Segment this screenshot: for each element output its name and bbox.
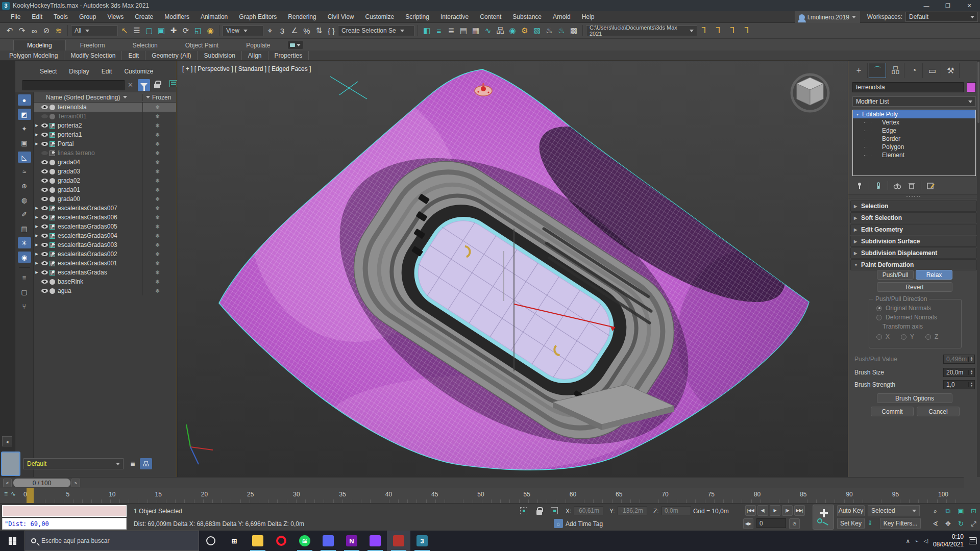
object-list-row[interactable]: grada04 ❄ — [34, 158, 176, 167]
rollout-header[interactable]: ▶ Subdivision Surface — [850, 236, 977, 247]
object-name[interactable]: escaleritasGradas007 — [58, 205, 142, 212]
frame-step-icon[interactable]: ◀▶ — [743, 518, 753, 529]
object-list-row[interactable]: grada01 ❄ — [34, 185, 176, 194]
rectangular-selection-region-icon[interactable]: ▢ — [143, 24, 155, 37]
z-coordinate-field[interactable]: 0,0m — [662, 506, 691, 515]
play-icon[interactable]: ▶ — [770, 505, 780, 516]
modify-tab-icon[interactable]: ⌒ — [869, 63, 886, 78]
notification-center-icon[interactable] — [969, 537, 977, 544]
redo-icon[interactable]: ↷ — [16, 24, 28, 37]
object-name[interactable]: terrenoIsla — [58, 104, 142, 111]
open-mini-curve-editor-icon[interactable]: ≡ — [4, 490, 8, 497]
time-slider-track[interactable]: < 0 / 100 > — [0, 477, 964, 488]
user-account-menu[interactable]: l.molinero.2019 — [795, 11, 860, 23]
frozen-snowflake-icon[interactable]: ❄ — [142, 277, 176, 286]
visibility-eye-icon[interactable] — [41, 179, 48, 183]
schematic-explorer-icon[interactable]: 品 — [140, 458, 152, 469]
object-list-row[interactable]: grada00 ❄ — [34, 194, 176, 204]
current-frame-field[interactable]: 0 — [756, 518, 786, 528]
explorer-list-header[interactable]: Name (Sorted Descending) Frozen — [34, 92, 176, 103]
close-button[interactable]: ✕ — [959, 0, 980, 11]
render-in-cloud-icon[interactable]: ▩ — [568, 24, 579, 37]
active-layer-swatch[interactable] — [1, 452, 20, 476]
tray-chevron-up-icon[interactable]: ∧ — [906, 538, 910, 544]
object-name[interactable]: escaleritasGradas006 — [58, 214, 142, 221]
ribbon-tab[interactable]: Selection — [119, 40, 170, 51]
visibility-eye-icon[interactable] — [41, 234, 48, 238]
frozen-snowflake-icon[interactable]: ❄ — [142, 158, 176, 167]
object-name[interactable]: grada02 — [58, 177, 142, 184]
object-list-row[interactable]: ▶ Portal ❄ — [34, 139, 176, 148]
display-shapes-icon[interactable]: ◩ — [18, 109, 31, 120]
explorer-menu-item[interactable]: Select — [35, 67, 62, 76]
field-of-view-icon[interactable]: ∢ — [929, 517, 942, 530]
minimize-button[interactable]: — — [916, 0, 937, 11]
spinner-snap-icon[interactable]: ⇅ — [313, 24, 325, 37]
visibility-eye-icon[interactable] — [41, 280, 48, 284]
window-crossing-icon[interactable]: ▣ — [156, 24, 167, 37]
object-name[interactable]: grada00 — [58, 195, 142, 203]
set-key-button[interactable]: Set Key — [837, 518, 865, 529]
filter-icon[interactable] — [138, 79, 150, 91]
frozen-snowflake-icon[interactable]: ❄ — [142, 213, 176, 222]
frozen-snowflake-icon[interactable]: ❄ — [142, 259, 176, 268]
maxscript-mini-listener-pink[interactable] — [2, 505, 127, 517]
object-list-row[interactable]: grada02 ❄ — [34, 176, 176, 185]
bind-to-spacewarp-icon[interactable]: ≋ — [53, 24, 64, 37]
select-and-rotate-icon[interactable]: ⟳ — [180, 24, 191, 37]
visibility-eye-icon[interactable] — [41, 215, 48, 219]
frozen-snowflake-icon[interactable]: ❄ — [142, 139, 176, 148]
display-filter-icon[interactable]: ⑂ — [18, 300, 31, 312]
visibility-eye-icon[interactable] — [41, 243, 48, 247]
maximize-button[interactable]: ❐ — [937, 0, 959, 11]
object-name[interactable]: escaleritasGradas002 — [58, 251, 142, 258]
object-list-row[interactable]: ▶ porteria2 ❄ — [34, 121, 176, 130]
angle-snap-icon[interactable]: ∠ — [289, 24, 300, 37]
display-tab-icon[interactable]: ▭ — [924, 63, 941, 78]
select-by-name-icon[interactable]: ☰ — [131, 24, 142, 37]
maximize-viewport-icon[interactable]: ⤢ — [967, 517, 980, 530]
rendered-frame-window-icon[interactable]: ▧ — [531, 24, 543, 37]
expand-arrow-icon[interactable]: ▶ — [34, 234, 40, 238]
create-tab-icon[interactable]: ＋ — [850, 63, 868, 78]
object-list-row[interactable]: ▶ escaleritasGradas001 ❄ — [34, 259, 176, 268]
taskbar-onenote-icon[interactable]: N — [340, 531, 363, 551]
ribbon-tab[interactable]: Object Paint — [172, 40, 232, 51]
axis-y-radio[interactable] — [901, 334, 906, 340]
frozen-snowflake-icon[interactable]: ❄ — [142, 249, 176, 259]
menu-item[interactable]: Tools — [48, 11, 74, 23]
frozen-snowflake-icon[interactable]: ❄ — [142, 268, 176, 277]
motion-tab-icon[interactable]: ◔ — [905, 63, 923, 78]
ribbon-group-button[interactable]: Edit — [122, 51, 145, 60]
menu-item[interactable]: File — [5, 11, 26, 23]
rollout-header[interactable]: ▶ Soft Selection — [850, 212, 977, 223]
track-curves-icon[interactable]: ∿ — [11, 490, 16, 497]
undo-icon[interactable]: ↶ — [4, 24, 15, 37]
stack-item[interactable]: Element — [853, 151, 975, 159]
next-frame-icon[interactable]: |▶ — [782, 505, 793, 516]
configure-modifier-sets-icon[interactable] — [925, 181, 936, 191]
menu-item[interactable]: Help — [576, 11, 600, 23]
time-configuration-icon[interactable]: ◷ — [789, 518, 800, 529]
object-name[interactable]: agua — [58, 287, 142, 294]
rollout-header[interactable]: ▶ Subdivision Displacement — [850, 247, 977, 259]
render-production-icon[interactable]: ♨ — [544, 24, 555, 37]
add-time-tag[interactable]: Add Time Tag — [566, 520, 603, 528]
selection-filter-dropdown[interactable]: All — [71, 26, 118, 36]
ribbon-tab[interactable]: Modeling — [13, 40, 66, 51]
display-xrefs-icon[interactable]: ⊕ — [18, 180, 31, 191]
taskbar-clock[interactable]: 0:10 08/04/2021 — [933, 533, 964, 548]
menu-item[interactable]: Edit — [26, 11, 48, 23]
display-spacewarps-icon[interactable]: ≈ — [18, 166, 31, 177]
object-name[interactable]: porteria2 — [58, 122, 142, 129]
modifier-list-dropdown[interactable]: Modifier List — [852, 96, 976, 107]
lock-explorer-icon[interactable] — [154, 80, 160, 90]
menu-item[interactable]: Rendering — [282, 11, 322, 23]
zoom-icon[interactable]: ⌕ — [929, 505, 942, 517]
viewport-label[interactable]: [ + ] [ Perspective ] [ Standard ] [ Edg… — [182, 65, 311, 72]
axis-z-radio[interactable] — [925, 334, 931, 340]
collapse-panel-button[interactable]: ◂ — [2, 436, 12, 446]
axis-x-radio[interactable] — [876, 334, 882, 340]
taskbar-spotify-icon[interactable]: ≋ — [293, 531, 316, 551]
taskbar-opera-icon[interactable] — [270, 531, 293, 551]
